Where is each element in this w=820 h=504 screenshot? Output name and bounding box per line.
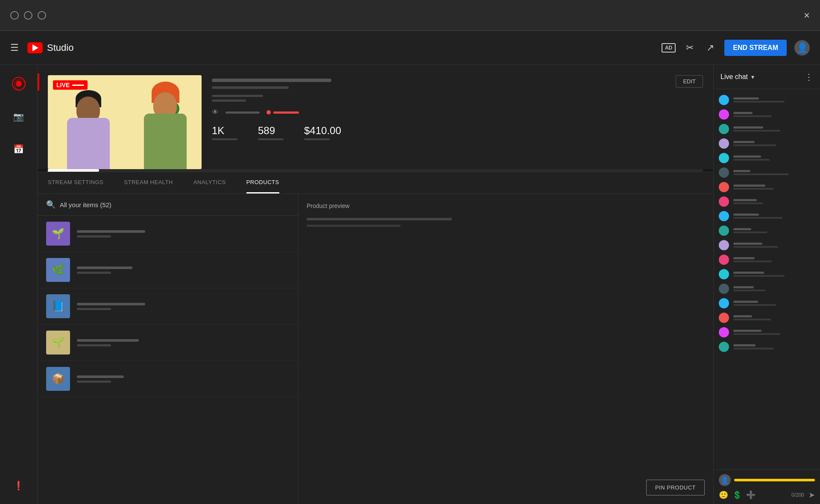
chat-message [714,252,820,267]
chat-message [714,267,820,281]
dollar-icon[interactable]: 💲 [732,490,742,500]
likes-value: 589 [258,125,275,137]
sidebar-bottom: ❗ [9,476,29,504]
message-content [733,199,763,204]
logo-area: Studio [27,42,73,53]
window-close-icon[interactable]: × [804,9,810,21]
viewers-bar [212,138,237,140]
topbar: ☰ Studio AD ✂ ↗ END STREAM 👤 [0,31,820,65]
person1-body [67,118,110,169]
share-icon[interactable]: ↗ [704,40,717,56]
live-badge-line [72,85,84,86]
preview-bar-medium [307,225,401,227]
sidebar-item-calendar[interactable]: 📅 [9,139,29,159]
sidebar-active-indicator [38,73,39,91]
chat-input-box[interactable] [734,479,815,481]
emoji-icon[interactable]: 🙂 [719,490,728,500]
list-item[interactable]: 🌱 [38,216,298,252]
message-content [733,155,770,161]
username-bar [733,243,762,245]
sidebar-item-feedback[interactable]: ❗ [9,476,29,495]
tabs-row: STREAM SETTINGS STREAM HEALTH ANALYTICS … [38,172,713,194]
sidebar-item-live[interactable] [9,73,29,94]
more-options-icon[interactable]: ⋮ [805,72,813,82]
stream-meta-bars [212,95,693,102]
calendar-icon: 📅 [12,143,25,155]
list-item[interactable]: 📘 [38,288,298,325]
end-stream-button[interactable]: END STREAM [724,40,787,56]
edit-button[interactable]: EDIT [676,75,703,88]
message-content [733,185,774,190]
add-icon[interactable]: ➕ [746,490,756,500]
chat-message [714,93,820,107]
tab-stream-settings[interactable]: STREAM SETTINGS [48,172,103,193]
search-bar[interactable]: 🔍 All your items (52) [38,194,298,216]
window-maximize-btn[interactable] [24,11,32,20]
message-content [733,243,778,248]
list-item[interactable]: 📦 [38,361,298,397]
tab-stream-health[interactable]: STREAM HEALTH [124,172,173,193]
meta-bar-2 [212,100,246,102]
tabs-section: STREAM SETTINGS STREAM HEALTH ANALYTICS … [38,172,713,194]
person2 [138,88,193,169]
message-text-bar [733,217,782,219]
chat-sidebar: Live chat ▾ ⋮ [713,65,820,504]
main-layout: 📷 📅 ❗ LIVE [0,65,820,504]
avatar [719,153,729,163]
list-item[interactable]: 🌿 [38,252,298,288]
avatar [719,342,729,352]
message-text-bar [733,115,772,117]
message-text-bar [733,231,767,233]
chat-message [714,223,820,238]
avatar [719,269,729,279]
window-minimize-btn[interactable] [10,11,19,20]
window-close-btn[interactable] [38,11,46,20]
search-text: All your items (52) [60,201,111,208]
message-text-bar [733,333,780,335]
live-chat-title[interactable]: Live chat ▾ [720,73,754,81]
youtube-logo [27,42,43,53]
studio-label: Studio [47,42,73,53]
meta-bar-1 [212,95,263,97]
tab-products[interactable]: PRODUCTS [246,172,279,193]
stream-status-row: 👁 [212,108,693,116]
send-icon[interactable]: ➤ [808,490,815,500]
avatar [719,109,729,120]
product-thumb: 📦 [46,367,70,391]
product-thumb: 🌿 [46,258,70,282]
window-chrome: × [0,0,820,31]
avatar [719,95,729,105]
menu-icon[interactable]: ☰ [10,42,19,53]
video-thumbnail: LIVE [48,75,202,169]
username-bar [733,301,758,303]
chat-message [714,180,820,194]
ad-badge: AD [662,43,676,53]
username-bar [733,344,756,346]
product-info [77,339,139,346]
message-text-bar [733,319,771,320]
username-bar [733,185,765,187]
product-info [77,375,124,383]
username-bar [733,199,757,201]
username-bar [733,228,751,230]
message-content [733,286,765,291]
search-icon: 🔍 [46,200,56,209]
product-preview-panel: Product preview PIN PRODUCT [298,194,713,504]
list-item[interactable]: 🌱 [38,325,298,361]
sidebar-item-camera[interactable]: 📷 [9,107,29,126]
chat-message [714,151,820,165]
message-text-bar [733,101,785,103]
message-text-bar [733,261,772,262]
message-text-bar [733,290,765,291]
username-bar [733,126,763,129]
message-text-bar [733,348,774,349]
pin-product-button[interactable]: PIN PRODUCT [646,480,705,495]
revenue-value: $410.00 [304,125,341,137]
user-avatar[interactable]: 👤 [794,40,810,56]
tab-analytics[interactable]: ANALYTICS [193,172,226,193]
product-list: 🌱 🌿 📘 [38,216,298,504]
stream-stats: 1K 589 $410.00 [212,125,693,140]
message-content [733,97,785,103]
username-bar [733,286,754,288]
scissors-icon[interactable]: ✂ [683,40,696,56]
